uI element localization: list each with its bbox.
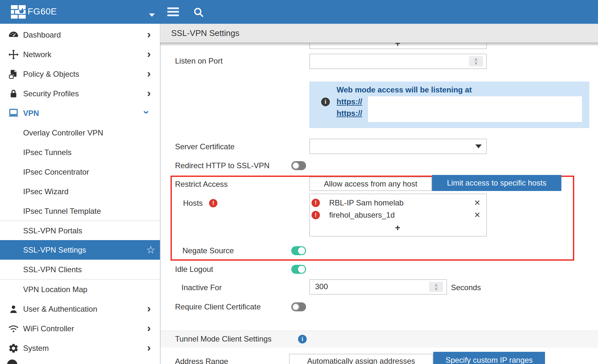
inactive-for-unit: Seconds xyxy=(451,283,481,292)
inactive-for-stepper[interactable]: ∧ ∨ xyxy=(429,282,443,292)
listen-on-port-value[interactable] xyxy=(314,56,457,66)
idle-logout-label: Idle Logout xyxy=(175,264,213,274)
idle-logout-toggle[interactable] xyxy=(291,265,306,274)
redirect-http-label: Redirect HTTP to SSL-VPN xyxy=(175,161,269,170)
redacted-url-area xyxy=(368,96,582,122)
dropdown-caret-icon[interactable] xyxy=(475,144,482,148)
chevron-right-icon xyxy=(147,48,151,59)
sidebar-item-ipsec-wizard[interactable]: IPsec Wizard xyxy=(0,182,160,201)
host-item[interactable]: firehol_abusers_1d xyxy=(329,210,395,220)
web-mode-url-link-1[interactable]: https:// xyxy=(337,97,362,106)
sidebar-item-label: Policy & Objects xyxy=(23,70,79,79)
address-range-label: Address Range xyxy=(175,357,228,364)
host-alert-icon xyxy=(312,199,320,207)
sidebar-item-label: VPN xyxy=(23,109,39,118)
sidebar-item-system[interactable]: System xyxy=(0,338,160,358)
wifi-icon xyxy=(7,324,20,334)
restrict-access-option-any[interactable]: Allow access from any host xyxy=(309,177,432,191)
sidebar-item-label: User & Authentication xyxy=(23,305,97,314)
fortigate-ssl-vpn-settings-page: { "topbar": { "device_name": "FG60E" }, … xyxy=(0,0,598,364)
sidebar-item-policy-objects[interactable]: Policy & Objects xyxy=(0,64,160,84)
gear-icon xyxy=(7,343,20,354)
sidebar-divider xyxy=(0,221,160,221)
fortinet-logo-icon xyxy=(11,5,26,21)
sidebar-item-label: Overlay Controller VPN xyxy=(23,128,103,137)
sidebar-item-security-profiles[interactable]: Security Profiles xyxy=(0,84,160,103)
web-mode-info-message: Web mode access will be listening at xyxy=(337,85,472,94)
sidebar-item-user-authentication[interactable]: User & Authentication xyxy=(0,299,160,319)
chevron-right-icon xyxy=(147,68,151,79)
sidebar-item-wifi-controller[interactable]: WiFi Controller xyxy=(0,319,160,338)
add-host-button[interactable] xyxy=(395,223,400,232)
sidebar-item-ssl-vpn-clients[interactable]: SSL-VPN Clients xyxy=(0,260,160,279)
listen-on-port-stepper[interactable]: ∧ ∨ xyxy=(469,56,483,66)
device-menu-caret-icon[interactable] xyxy=(148,10,155,19)
policy-document-icon xyxy=(7,69,20,80)
negate-source-toggle[interactable] xyxy=(291,246,306,255)
content-header: SSL-VPN Settings xyxy=(160,24,598,43)
redirect-http-toggle[interactable] xyxy=(291,161,306,170)
device-name: FG60E xyxy=(28,6,57,17)
page-title: SSL-VPN Settings xyxy=(171,28,239,38)
inactive-for-input[interactable] xyxy=(309,279,447,295)
listen-on-port-label: Listen on Port xyxy=(175,56,223,66)
sidebar-item-label: IPsec Concentrator xyxy=(23,168,89,177)
sidebar-border xyxy=(160,24,161,364)
chevron-right-icon xyxy=(147,322,151,333)
network-move-icon xyxy=(7,49,20,60)
sidebar-item-label: SSL-VPN Portals xyxy=(23,226,82,235)
chevron-right-icon xyxy=(147,29,151,39)
gauge-icon xyxy=(7,29,20,41)
sidebar-item-vpn-location-map[interactable]: VPN Location Map xyxy=(0,280,160,299)
hosts-label: Hosts xyxy=(183,198,203,208)
favorite-star-icon[interactable] xyxy=(146,244,155,255)
sidebar-item-label: System xyxy=(23,344,49,353)
sidebar-item-label: Dashboard xyxy=(23,30,61,39)
sidebar-item-vpn[interactable]: VPN xyxy=(0,103,160,123)
user-icon xyxy=(7,304,20,314)
sidebar-item-overlay-controller-vpn[interactable]: Overlay Controller VPN xyxy=(0,123,160,143)
sidebar-item-ipsec-tunnels[interactable]: IPsec Tunnels xyxy=(0,143,160,162)
sidebar-item-label: IPsec Tunnel Template xyxy=(23,207,101,216)
sidebar-item-ipsec-concentrator[interactable]: IPsec Concentrator xyxy=(0,162,160,182)
address-range-option-auto[interactable]: Automatically assign addresses xyxy=(289,354,433,364)
sidebar-item-network[interactable]: Network xyxy=(0,45,160,64)
sidebar-item-label: VPN Location Map xyxy=(23,285,87,294)
hosts-alert-icon xyxy=(209,199,217,207)
sidebar-item-label: WiFi Controller xyxy=(23,324,74,333)
host-item[interactable]: RBL-IP Sam homelab xyxy=(329,198,404,208)
chevron-right-icon xyxy=(147,303,151,314)
server-certificate-label: Server Certificate xyxy=(175,142,234,152)
listen-on-port-input[interactable] xyxy=(309,54,487,69)
sidebar-item-ipsec-tunnel-template[interactable]: IPsec Tunnel Template xyxy=(0,201,160,221)
sidebar-item-label: IPsec Wizard xyxy=(23,187,68,196)
search-icon[interactable] xyxy=(193,6,204,20)
inactive-for-label: Inactive For xyxy=(181,283,222,292)
restrict-access-option-limit[interactable]: Limit access to specific hosts xyxy=(432,175,561,191)
sidebar-item-label: SSL-VPN Settings xyxy=(23,246,86,255)
address-range-option-custom[interactable]: Specify custom IP ranges xyxy=(433,352,545,364)
web-mode-url-link-2[interactable]: https:// xyxy=(337,109,362,118)
tunnel-mode-section-title: Tunnel Mode Client Settings xyxy=(175,334,272,344)
chevron-right-icon xyxy=(147,87,151,98)
lock-icon xyxy=(7,88,20,99)
restrict-access-label: Restrict Access xyxy=(175,179,228,189)
sidebar-item-label: Network xyxy=(23,50,51,59)
menu-toggle-icon[interactable] xyxy=(167,7,179,18)
require-client-certificate-label: Require Client Certificate xyxy=(175,302,261,312)
inactive-for-value[interactable] xyxy=(314,282,418,291)
sidebar-item-dashboard[interactable]: Dashboard xyxy=(0,25,160,45)
stepper-down-icon[interactable]: ∨ xyxy=(474,61,478,65)
remove-host-icon[interactable] xyxy=(474,211,480,220)
stepper-down-icon[interactable]: ∨ xyxy=(435,287,438,290)
sidebar-item-label: IPsec Tunnels xyxy=(23,148,72,157)
tunnel-mode-info-icon[interactable] xyxy=(298,335,307,343)
require-client-certificate-toggle[interactable] xyxy=(291,302,306,311)
info-icon xyxy=(321,98,330,106)
server-certificate-dropdown[interactable] xyxy=(309,139,487,154)
sidebar-item-ssl-vpn-portals[interactable]: SSL-VPN Portals xyxy=(0,221,160,240)
sidebar-item-ssl-vpn-settings[interactable]: SSL-VPN Settings xyxy=(0,240,160,260)
negate-source-label: Negate Source xyxy=(182,246,234,256)
sidebar-item-label: SSL-VPN Clients xyxy=(23,265,82,274)
remove-host-icon[interactable] xyxy=(474,198,480,207)
